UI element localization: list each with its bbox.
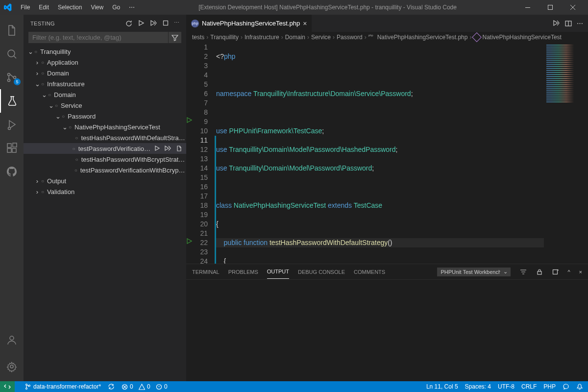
output-body[interactable] [186, 280, 588, 381]
activity-github[interactable] [0, 160, 24, 183]
filter-output-icon[interactable] [519, 268, 527, 276]
editor-body[interactable]: 1234567891011121314151617181920212223242… [186, 43, 588, 264]
crumb[interactable]: Tranquillity [210, 34, 239, 41]
panel-debug[interactable]: DEBUG CONSOLE [298, 265, 345, 279]
filter-input[interactable] [28, 32, 168, 43]
editor-tabs: php NativePhpHashingServiceTest.php × ⋯ [186, 15, 588, 32]
activity-explorer[interactable] [0, 19, 24, 42]
svg-rect-7 [7, 144, 11, 147]
maximize-panel-icon[interactable]: ^ [567, 269, 570, 275]
tab-label: NativePhpHashingServiceTest.php [202, 20, 300, 27]
svg-rect-8 [7, 148, 11, 152]
minimize-button[interactable] [516, 0, 539, 15]
split-editor-icon[interactable] [565, 20, 572, 27]
close-button[interactable] [562, 0, 584, 15]
crumb[interactable]: Service [311, 34, 331, 41]
activity-run[interactable] [0, 113, 24, 136]
lock-scroll-icon[interactable] [536, 269, 543, 275]
status-bar: data-transformer-refactor* 0 0 0 Ln 11, … [0, 381, 588, 392]
menu-edit[interactable]: Edit [35, 2, 53, 13]
tree-item[interactable]: ›○Validation [24, 186, 186, 197]
editor-more-icon[interactable]: ⋯ [577, 20, 583, 27]
panel-output[interactable]: OUTPUT [267, 265, 289, 279]
activity-account[interactable] [0, 328, 24, 352]
menu-more-icon[interactable]: ⋯ [125, 2, 139, 13]
crumb[interactable]: Domain [285, 34, 305, 41]
language-mode[interactable]: PHP [543, 383, 556, 390]
tree-item[interactable]: ⌄○Domain [24, 89, 186, 100]
tree-item[interactable]: ›○Output [24, 175, 186, 186]
activity-extensions[interactable] [0, 136, 24, 160]
activity-testing[interactable] [0, 89, 24, 113]
output-channel-select[interactable]: PHPUnit Test Workbench [437, 268, 511, 276]
run-file-icon[interactable] [552, 20, 560, 27]
menu-go[interactable]: Go [108, 2, 124, 13]
maximize-button[interactable] [539, 0, 562, 15]
svg-rect-13 [163, 21, 168, 25]
refresh-icon[interactable] [125, 20, 133, 27]
remote-indicator[interactable] [0, 381, 15, 392]
menu-selection[interactable]: Selection [54, 2, 86, 13]
go-to-test-icon[interactable] [175, 145, 182, 152]
chevron-right-icon: › [33, 188, 41, 196]
panel-problems[interactable]: PROBLEMS [228, 265, 258, 279]
clear-output-icon[interactable] [552, 269, 559, 275]
run-test-icon[interactable] [154, 145, 160, 152]
crumb[interactable]: Password [337, 34, 363, 41]
status-idle-icon: ○ [75, 135, 78, 141]
tree-item[interactable]: ›○Application [24, 57, 186, 68]
php-icon: php [191, 20, 199, 27]
svg-rect-1 [548, 5, 553, 10]
tree-root[interactable]: ⌄ ○ Tranquillity [24, 46, 186, 57]
feedback-icon[interactable] [563, 383, 569, 390]
tree-item-label: Service [61, 102, 82, 109]
close-tab-icon[interactable]: × [303, 20, 307, 27]
minimap[interactable] [544, 43, 588, 264]
more-actions-icon[interactable]: ⋯ [174, 20, 179, 27]
panel-terminal[interactable]: TERMINAL [192, 265, 220, 279]
run-all-icon[interactable] [138, 20, 145, 27]
encoding[interactable]: UTF-8 [498, 383, 514, 390]
tree-item-label: Tranquillity [40, 48, 71, 55]
panel-comments[interactable]: COMMENTS [354, 265, 385, 279]
svg-rect-9 [12, 148, 16, 152]
crumb-file[interactable]: phpNativePhpHashingServiceTest.php [368, 34, 468, 41]
svg-rect-0 [525, 7, 530, 8]
debug-all-icon[interactable] [149, 20, 157, 27]
editor-tab[interactable]: php NativePhpHashingServiceTest.php × [186, 15, 312, 32]
tree-item[interactable]: ⌄○Service [24, 100, 186, 111]
test-tree[interactable]: ⌄ ○ Tranquillity ›○Application›○Domain⌄○… [24, 46, 186, 381]
activity-search[interactable] [0, 42, 24, 66]
tree-item[interactable]: ○testPasswordVerificationWithDefaultStra… [24, 143, 186, 154]
tree-item[interactable]: ○testHashPasswordWithDefaultStrategy [24, 132, 186, 143]
indent[interactable]: Spaces: 4 [465, 383, 491, 390]
tree-item[interactable]: ○testHashPasswordWithBcryptStrategy [24, 154, 186, 165]
tree-item[interactable]: ⌄○NativePhpHashingServiceTest [24, 122, 186, 132]
tree-item[interactable]: ⌄○Infrastructure [24, 78, 186, 89]
crumb[interactable]: Infrastructure [245, 34, 279, 41]
tree-item[interactable]: ⌄○Password [24, 111, 186, 122]
problems-status[interactable]: 0 0 0 [122, 383, 168, 390]
eol[interactable]: CRLF [521, 383, 537, 390]
cancel-run-icon[interactable] [162, 20, 169, 27]
git-branch[interactable]: data-transformer-refactor* [24, 383, 101, 390]
code-area[interactable]: <?php namespace Tranquillity\Infrastruct… [216, 43, 544, 264]
testing-sidebar: TESTING ⋯ ⌄ ○ Tranquillity ›○Application… [24, 15, 186, 381]
debug-test-icon[interactable] [164, 145, 172, 152]
activity-scm[interactable]: 5 [0, 66, 24, 89]
menu-file[interactable]: File [17, 2, 34, 13]
filter-icon[interactable] [169, 32, 181, 43]
crumb-symbol[interactable]: NativePhpHashingServiceTest [473, 34, 561, 41]
sync-button[interactable] [108, 383, 115, 390]
crumb[interactable]: tests [192, 34, 204, 41]
tree-item[interactable]: ›○Domain [24, 68, 186, 78]
gutter-run[interactable] [186, 43, 195, 264]
cursor-pos[interactable]: Ln 11, Col 5 [426, 383, 458, 390]
menu-view[interactable]: View [87, 2, 107, 13]
tree-item[interactable]: ○testPasswordVerificationWithBcryptStrat… [24, 165, 186, 175]
breadcrumbs[interactable]: tests› Tranquillity› Infrastructure› Dom… [186, 32, 588, 43]
notifications-icon[interactable] [576, 383, 583, 390]
activity-settings[interactable] [0, 355, 24, 378]
close-panel-icon[interactable]: × [579, 269, 582, 275]
tree-item-label: Output [47, 177, 66, 185]
